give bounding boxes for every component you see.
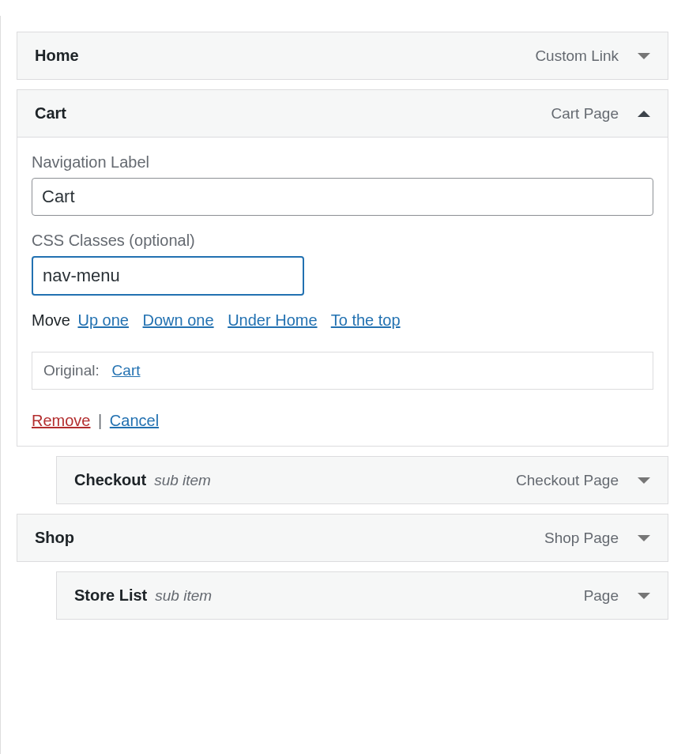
menu-item-bar[interactable]: Home Custom Link [17, 32, 668, 80]
menu-item-title: Checkout [74, 471, 146, 489]
menu-item-checkout: Checkout sub item Checkout Page [56, 456, 668, 504]
sub-item-label: sub item [155, 587, 212, 605]
move-label: Move [32, 311, 70, 329]
menu-item-title: Store List [74, 586, 147, 605]
chevron-down-icon[interactable] [638, 477, 650, 484]
menu-item-bar[interactable]: Checkout sub item Checkout Page [56, 456, 668, 504]
move-top-link[interactable]: To the top [331, 311, 401, 329]
menu-item-home: Home Custom Link [17, 32, 668, 80]
css-classes-input[interactable] [32, 256, 304, 296]
menu-item-title: Cart [35, 104, 66, 123]
original-box: Original: Cart [32, 352, 653, 390]
menu-item-type: Checkout Page [516, 472, 619, 489]
menu-item-bar[interactable]: Cart Cart Page [17, 89, 668, 138]
menu-item-type: Custom Link [535, 47, 619, 65]
menu-item-type: Page [584, 587, 619, 605]
move-under-link[interactable]: Under Home [228, 311, 317, 329]
menu-item-store-list: Store List sub item Page [56, 571, 668, 620]
menu-item-settings: Navigation Label CSS Classes (optional) … [17, 138, 668, 447]
menu-item-type: Shop Page [544, 530, 619, 547]
sub-item-label: sub item [154, 472, 211, 489]
separator: | [98, 412, 107, 429]
original-label: Original: [43, 362, 100, 379]
menu-item-type: Cart Page [551, 105, 619, 123]
cancel-link[interactable]: Cancel [110, 412, 159, 429]
original-link[interactable]: Cart [112, 362, 141, 379]
menu-item-title: Shop [35, 529, 74, 547]
action-row: Remove | Cancel [32, 412, 653, 430]
menu-item-shop: Shop Shop Page [17, 514, 668, 562]
move-row: Move Up one Down one Under Home To the t… [32, 311, 653, 330]
nav-label-input[interactable] [32, 178, 653, 216]
chevron-down-icon[interactable] [638, 535, 650, 541]
menu-item-bar[interactable]: Shop Shop Page [17, 514, 668, 562]
move-down-link[interactable]: Down one [143, 311, 214, 329]
remove-link[interactable]: Remove [32, 412, 90, 429]
css-classes-title: CSS Classes (optional) [32, 232, 653, 250]
chevron-down-icon[interactable] [638, 53, 650, 59]
nav-label-title: Navigation Label [32, 153, 653, 172]
chevron-down-icon[interactable] [638, 593, 650, 599]
chevron-up-icon[interactable] [638, 111, 650, 117]
menu-item-bar[interactable]: Store List sub item Page [56, 571, 668, 620]
menu-item-cart: Cart Cart Page Navigation Label CSS Clas… [17, 89, 668, 447]
move-up-link[interactable]: Up one [77, 311, 129, 329]
menu-item-title: Home [35, 47, 79, 65]
